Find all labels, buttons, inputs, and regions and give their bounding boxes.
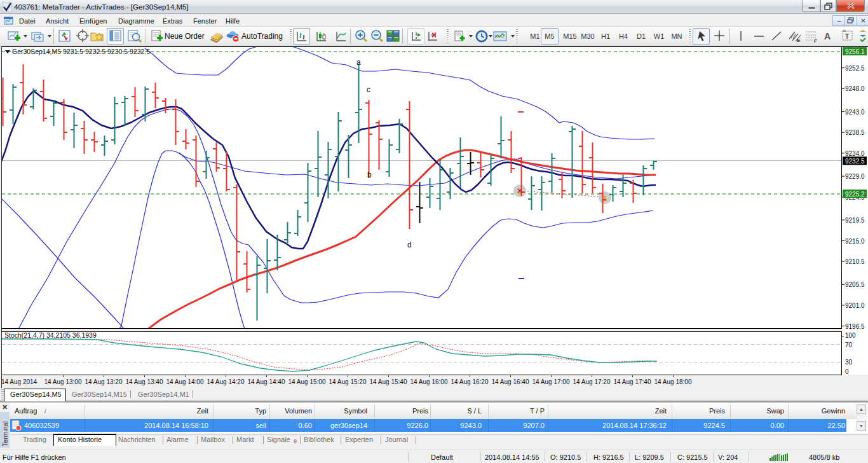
svg-text:9232.5: 9232.5 [845,158,865,165]
svg-text:14 Aug 15:20: 14 Aug 15:20 [329,378,367,385]
svg-text:14 Aug 16:20: 14 Aug 16:20 [451,378,489,385]
svg-text:9196.5: 9196.5 [845,323,865,330]
svg-text:14 Aug 18:00: 14 Aug 18:00 [654,378,692,385]
svg-text:9205.5: 9205.5 [845,281,865,288]
svg-text:9225.2: 9225.2 [845,191,865,198]
svg-text:9234.0: 9234.0 [845,150,865,157]
svg-text:14 Aug 13:20: 14 Aug 13:20 [85,378,123,385]
svg-text:9219.5: 9219.5 [845,217,865,224]
svg-text:14 Aug 14:20: 14 Aug 14:20 [207,378,245,385]
svg-text:a: a [356,58,361,67]
svg-text:14 Aug 14:00: 14 Aug 14:00 [166,378,204,385]
svg-text:9252.5: 9252.5 [845,65,865,72]
svg-text:14 Aug 2014: 14 Aug 2014 [1,378,37,385]
svg-text:9210.5: 9210.5 [845,258,865,265]
svg-text:Stoch(21,4,7) 34,2105 36,1939: Stoch(21,4,7) 34,2105 36,1939 [4,331,97,339]
svg-text:14 Aug 15:00: 14 Aug 15:00 [288,378,326,385]
svg-text:d: d [407,240,412,249]
svg-text:Ger30Sep14,M5 9231.5 9232.5 9: Ger30Sep14,M5 9231.5 9232.5 9230.5 9232.… [12,48,150,55]
svg-text:14 Aug 13:00: 14 Aug 13:00 [44,378,82,385]
svg-text:9248.0: 9248.0 [845,85,865,92]
svg-text:9238.5: 9238.5 [845,129,865,136]
svg-text:14 Aug 16:00: 14 Aug 16:00 [410,378,448,385]
svg-text:14 Aug 17:40: 14 Aug 17:40 [614,378,651,385]
svg-text:14 Aug 13:40: 14 Aug 13:40 [126,378,163,385]
svg-text:0: 0 [845,368,849,375]
svg-text:9243.0: 9243.0 [845,109,865,116]
svg-text:14 Aug 17:20: 14 Aug 17:20 [573,378,611,385]
svg-text:b: b [367,170,372,179]
svg-text:9256.1: 9256.1 [845,48,865,55]
svg-text:9201.0: 9201.0 [845,302,865,309]
svg-text:14 Aug 16:40: 14 Aug 16:40 [492,378,529,385]
svg-text:30: 30 [845,359,853,366]
svg-text:100: 100 [845,332,856,339]
svg-text:14 Aug 17:00: 14 Aug 17:00 [532,378,570,385]
svg-text:9229.0: 9229.0 [845,173,865,180]
svg-text:14 Aug 14:40: 14 Aug 14:40 [248,378,285,385]
svg-text:14 Aug 15:40: 14 Aug 15:40 [370,378,407,385]
svg-text:70: 70 [845,342,853,349]
svg-text:9215.0: 9215.0 [845,238,865,245]
svg-text:1: 1 [603,195,607,202]
svg-text:c: c [367,85,370,94]
